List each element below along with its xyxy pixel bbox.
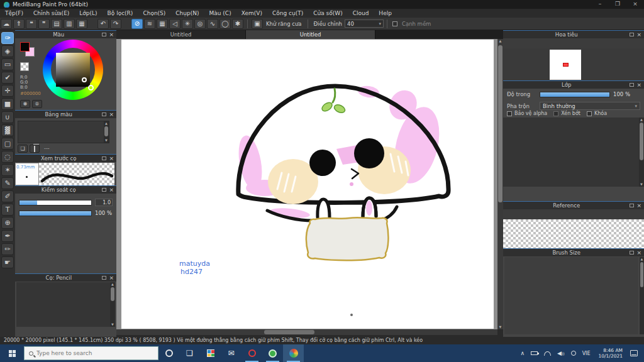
palette-list[interactable]: ▲ ▼	[18, 121, 109, 143]
chat-icon[interactable]: ❞	[38, 19, 50, 29]
eraser-tool[interactable]: ◈	[1, 45, 14, 57]
antialias-icon[interactable]: ▣	[252, 19, 263, 29]
hand-tool[interactable]: ☛	[1, 256, 14, 268]
eyedropper-tool[interactable]: ✒	[1, 230, 14, 242]
menu-item[interactable]: Chỉnh sửa(E)	[28, 9, 74, 18]
undo-icon[interactable]: ↶	[97, 19, 109, 29]
lasso-tool[interactable]: ◌	[1, 151, 14, 163]
bucket-tool[interactable]: ∪	[1, 111, 14, 123]
document-tab[interactable]: Untitled	[116, 30, 246, 39]
close-icon[interactable]: ×	[109, 31, 114, 38]
canvas-view[interactable]: matuyda hd247	[116, 39, 497, 329]
brush-opacity-slider[interactable]	[19, 211, 92, 216]
new-palette-icon[interactable]: ❏	[18, 145, 28, 153]
control-point-tool[interactable]: ✔	[1, 72, 14, 84]
adjust-dropdown[interactable]: 40 ▾	[345, 19, 384, 28]
coccoc-button[interactable]	[262, 344, 283, 362]
zoom-tool[interactable]: ⊕	[1, 217, 14, 229]
volume-icon[interactable]: ◀))	[557, 350, 565, 356]
document-tab[interactable]: Untitled	[246, 30, 375, 39]
soft-edge-checkbox[interactable]	[392, 21, 397, 26]
foreground-color-swatch[interactable]	[20, 42, 30, 52]
popout-icon[interactable]	[102, 188, 106, 192]
clock[interactable]: 8:46 AM 10/1/2021	[599, 348, 623, 359]
close-icon[interactable]: ×	[636, 31, 641, 38]
menu-item[interactable]: Chọn(S)	[138, 9, 170, 18]
palette-icon[interactable]: ❋	[20, 100, 30, 108]
canvas-horizontal-scrollbar[interactable]	[116, 329, 497, 335]
wifi-icon[interactable]	[544, 351, 551, 356]
task-view-button[interactable]: ❏	[179, 344, 200, 362]
tray-chevron-icon[interactable]: ∧	[520, 350, 525, 356]
pen-tool[interactable]: ✏	[1, 243, 14, 255]
canvas-grid-icon[interactable]: ▦	[76, 19, 87, 29]
brush-size-value[interactable]: 1.0	[95, 199, 113, 206]
figure-tool[interactable]: ▭	[1, 58, 14, 70]
alpha-protect-checkbox[interactable]	[507, 111, 512, 116]
store-button[interactable]	[200, 344, 221, 362]
mail-button[interactable]: ✉	[221, 344, 242, 362]
magic-wand-tool[interactable]: ✶	[1, 164, 14, 176]
scrollbar[interactable]: ▲ ▼	[110, 282, 115, 327]
cortana-button[interactable]	[158, 344, 179, 362]
popout-icon[interactable]	[102, 156, 106, 160]
snap-off-icon[interactable]: ⊘	[131, 19, 143, 29]
minimize-button[interactable]: –	[591, 0, 609, 9]
select-pen-tool[interactable]: ✎	[1, 177, 14, 189]
trash-icon[interactable]	[30, 145, 40, 153]
snap-parallel-icon[interactable]: ≋	[144, 19, 155, 29]
gradient-tool[interactable]: ▓	[1, 124, 14, 136]
close-icon[interactable]: ×	[636, 202, 641, 209]
battery-icon[interactable]	[531, 351, 538, 355]
cloud-save-icon[interactable]: ☁	[1, 19, 12, 29]
taskbar-search[interactable]	[24, 346, 158, 360]
snap-grid-icon[interactable]: ▦	[157, 19, 168, 29]
comment-icon[interactable]: ❝	[26, 19, 37, 29]
menu-item[interactable]: Xem(V)	[236, 9, 267, 18]
canvas-vertical-scrollbar[interactable]: ▲ ▼	[497, 39, 503, 329]
lock-checkbox[interactable]	[587, 111, 592, 116]
menu-item[interactable]: Bộ lọc(R)	[103, 9, 138, 18]
transparent-color-swatch[interactable]	[20, 62, 29, 71]
scrollbar[interactable]: ▲	[640, 257, 644, 334]
color-wheel[interactable]	[43, 40, 103, 100]
close-icon[interactable]: ×	[109, 187, 114, 193]
popout-icon[interactable]	[102, 33, 106, 36]
snap-vanishing-icon[interactable]: ◁	[169, 19, 180, 29]
navigator-viewport-rect[interactable]	[563, 63, 569, 67]
move-tool[interactable]: ✛	[1, 85, 14, 97]
opera-button[interactable]	[242, 344, 262, 362]
hue-marker[interactable]	[88, 85, 94, 90]
popout-icon[interactable]	[102, 276, 106, 280]
snap-settings-icon[interactable]: ✱	[232, 19, 243, 29]
snap-radial-icon[interactable]: ✳	[182, 19, 193, 29]
snap-curve-icon[interactable]: ∿	[207, 19, 218, 29]
close-icon[interactable]: ×	[109, 111, 114, 118]
snap-ellipse-icon[interactable]: ◯	[219, 19, 231, 29]
notification-icon[interactable]	[630, 350, 638, 356]
close-icon[interactable]: ×	[109, 155, 114, 162]
language-indicator[interactable]: VIE	[582, 351, 591, 356]
scroll-down-icon[interactable]: ▼	[110, 322, 115, 327]
share-icon[interactable]: ⇑	[13, 19, 25, 29]
sv-marker[interactable]	[82, 77, 87, 82]
popout-icon[interactable]	[630, 83, 634, 87]
popout-icon[interactable]	[102, 112, 106, 116]
menu-item[interactable]: Cloud	[348, 9, 374, 18]
close-button[interactable]: ×	[626, 0, 644, 9]
maximize-button[interactable]: ❐	[609, 0, 626, 9]
menu-item[interactable]: Cửa sổ(W)	[308, 9, 347, 18]
doc-settings-icon[interactable]: ▥	[64, 19, 75, 29]
popout-icon[interactable]	[630, 251, 634, 255]
search-input[interactable]	[36, 350, 137, 356]
scroll-up-icon[interactable]: ▲	[639, 118, 644, 122]
navigator-preview[interactable]	[503, 48, 644, 81]
scroll-down-icon[interactable]: ▼	[639, 182, 644, 187]
menu-item[interactable]: Lớp(L)	[74, 9, 102, 18]
popout-icon[interactable]	[630, 33, 634, 36]
figure-fill-tool[interactable]: ■	[1, 98, 14, 110]
start-button[interactable]	[0, 344, 24, 362]
menu-item[interactable]: Tệp(F)	[0, 9, 28, 18]
navigator-thumbnail[interactable]	[550, 50, 581, 80]
close-icon[interactable]: ×	[636, 82, 641, 88]
